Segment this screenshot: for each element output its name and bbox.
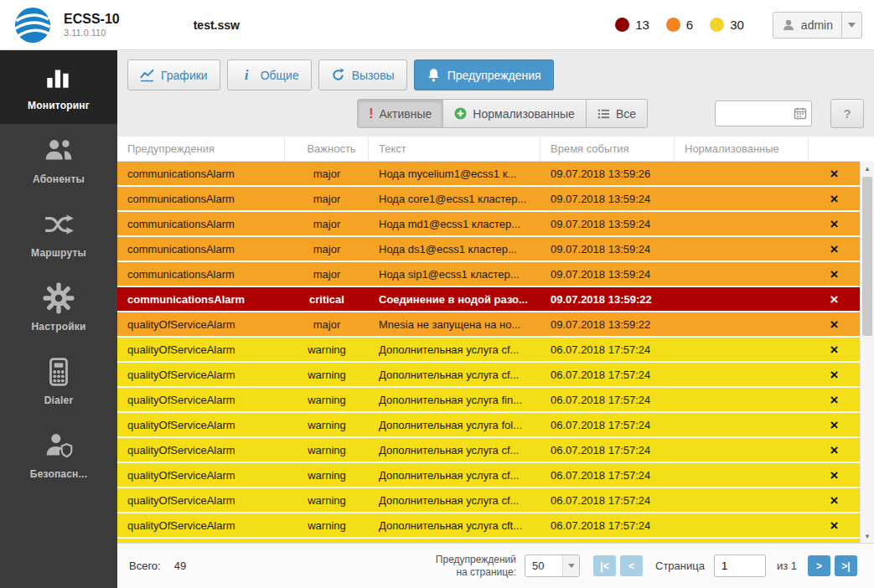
table-row[interactable]: qualityOfServiceAlarm major Mnesia не за… (117, 312, 860, 336)
last-page-button[interactable]: >| (835, 555, 857, 576)
table-scrollbar[interactable]: ▲ ▼ (860, 162, 874, 543)
alarm-counters: 13 6 30 (615, 18, 744, 32)
filter-normalized-button[interactable]: Нормализованные (442, 99, 587, 128)
table-row[interactable]: communicationsAlarm major Нода ds1@ecss1… (117, 237, 860, 260)
alarm-normalized (675, 187, 809, 210)
sidebar-item-settings[interactable]: Настройки (0, 271, 117, 345)
alarm-name: communicationsAlarm (117, 212, 285, 235)
sidebar-item-subscribers[interactable]: Абоненты (0, 124, 117, 198)
close-icon[interactable]: × (830, 242, 839, 256)
alarm-normalized (675, 287, 809, 311)
table-header: Предупреждения Важность Текст Время собы… (117, 137, 860, 162)
filter-all-button[interactable]: Все (586, 99, 648, 128)
tab-label: Графики (161, 69, 208, 82)
alarm-text: Дополнительная услуга cf... (369, 488, 540, 512)
alarm-text: Дополнительная услуга fin... (369, 388, 540, 411)
alarm-time: 06.07.2018 17:57:24 (540, 438, 675, 462)
total-label: Всего: (129, 560, 161, 572)
table-row[interactable]: qualityOfServiceAlarm warning Дополнител… (117, 463, 860, 487)
help-button[interactable]: ? (830, 99, 864, 128)
tab-charts[interactable]: Графики (127, 59, 220, 90)
table-row[interactable]: qualityOfServiceAlarm warning Дополнител… (117, 338, 860, 361)
alarm-normalized (675, 262, 809, 286)
sidebar-item-monitoring[interactable]: Мониторинг (0, 50, 117, 124)
document-tab[interactable]: test.ssw (185, 13, 248, 37)
next-page-button[interactable]: > (808, 555, 830, 576)
close-icon[interactable]: × (830, 468, 839, 482)
chevron-down-icon[interactable] (841, 13, 861, 38)
close-icon[interactable]: × (830, 493, 839, 508)
sidebar-item-dialer[interactable]: Dialer (0, 345, 117, 419)
close-icon[interactable]: × (830, 518, 839, 533)
alarm-time: 09.07.2018 13:59:24 (540, 262, 675, 286)
column-header-normalized: Нормализованные (675, 137, 809, 161)
table-row[interactable]: communicationsAlarm major Нода sip1@ecss… (117, 262, 860, 286)
table-row[interactable]: communicationsAlarm major Нода core1@ecs… (117, 187, 860, 210)
filter-label: Все (616, 107, 636, 121)
table-row[interactable]: communicationsAlarm critical Соединение … (117, 287, 860, 311)
close-icon[interactable]: × (830, 167, 839, 181)
table-row[interactable]: qualityOfServiceAlarm warning Дополнител… (117, 413, 860, 436)
alarm-severity: warning (285, 513, 369, 537)
alarm-text: Нода core1@ecss1 кластер... (369, 187, 540, 210)
filter-active-button[interactable]: ! Активные (357, 99, 443, 128)
alarm-text: Дополнительная услуга cft... (369, 513, 540, 537)
per-page-select[interactable]: 50 (525, 554, 580, 577)
table-row[interactable]: qualityOfServiceAlarm warning Дополнител… (117, 363, 860, 386)
first-page-button[interactable]: |< (593, 555, 616, 576)
sidebar-item-routes[interactable]: Маршруты (0, 198, 117, 271)
close-icon[interactable]: × (830, 217, 839, 231)
username-label: admin (801, 18, 833, 32)
scroll-down-arrow[interactable]: ▼ (861, 529, 874, 543)
calendar-icon[interactable] (794, 106, 807, 120)
sidebar-item-security[interactable]: Безопасн... (0, 419, 117, 493)
alarm-severity: warning (285, 338, 369, 361)
alarm-normalized (675, 513, 809, 537)
close-icon[interactable]: × (830, 192, 839, 206)
close-icon[interactable]: × (830, 317, 839, 332)
alarm-severity: warning (285, 363, 369, 386)
alarm-name: communicationsAlarm (117, 287, 285, 311)
tab-general[interactable]: i Общие (227, 59, 312, 90)
tab-label: Общие (261, 69, 299, 82)
user-menu[interactable]: admin (773, 12, 862, 39)
close-icon[interactable]: × (830, 343, 839, 357)
alarm-severity: warning (285, 438, 369, 462)
app-version: 3.11.0.110 (64, 28, 120, 39)
table-row[interactable]: qualityOfServiceAlarm warning Дополнител… (117, 539, 860, 543)
alarm-text: Mnesia не запущена на но... (369, 312, 540, 336)
critical-counter-value: 13 (635, 18, 649, 32)
alarm-severity: critical (285, 287, 369, 311)
scroll-up-arrow[interactable]: ▲ (861, 162, 874, 175)
alarm-normalized (675, 162, 809, 185)
table-row[interactable]: communicationsAlarm major Нода mycelium1… (117, 162, 860, 185)
table-row[interactable]: communicationsAlarm major Нода md1@ecss1… (117, 212, 860, 235)
alarms-table: Предупреждения Важность Текст Время собы… (117, 137, 874, 543)
alarm-severity: major (285, 212, 369, 235)
major-counter-value: 6 (686, 18, 693, 32)
alarm-name: communicationsAlarm (117, 187, 285, 210)
table-row[interactable]: qualityOfServiceAlarm warning Дополнител… (117, 438, 860, 462)
table-row[interactable]: qualityOfServiceAlarm warning Дополнител… (117, 513, 860, 537)
alarm-severity: warning (285, 488, 369, 512)
prev-page-button[interactable]: < (620, 555, 643, 576)
alarm-name: communicationsAlarm (117, 262, 285, 286)
close-icon[interactable]: × (830, 393, 839, 407)
alarm-name: qualityOfServiceAlarm (117, 388, 285, 411)
page-number-input[interactable] (714, 554, 766, 577)
table-row[interactable]: qualityOfServiceAlarm warning Дополнител… (117, 388, 860, 411)
close-icon[interactable]: × (830, 443, 839, 457)
tab-alarms[interactable]: Предупреждения (414, 59, 554, 90)
scrollbar-thumb[interactable] (862, 177, 872, 336)
close-icon[interactable]: × (830, 292, 839, 307)
alarm-time: 09.07.2018 13:59:22 (540, 312, 675, 336)
close-icon[interactable]: × (830, 267, 839, 281)
alarm-text: Дополнительная услуга fol... (369, 413, 540, 436)
alarm-normalized (675, 237, 809, 260)
filter-label: Активные (379, 107, 432, 121)
close-icon[interactable]: × (830, 418, 839, 432)
alarm-time: 09.07.2018 13:59:24 (540, 237, 675, 260)
tab-calls[interactable]: Вызовы (318, 59, 407, 90)
table-row[interactable]: qualityOfServiceAlarm warning Дополнител… (117, 488, 860, 512)
close-icon[interactable]: × (830, 368, 839, 382)
